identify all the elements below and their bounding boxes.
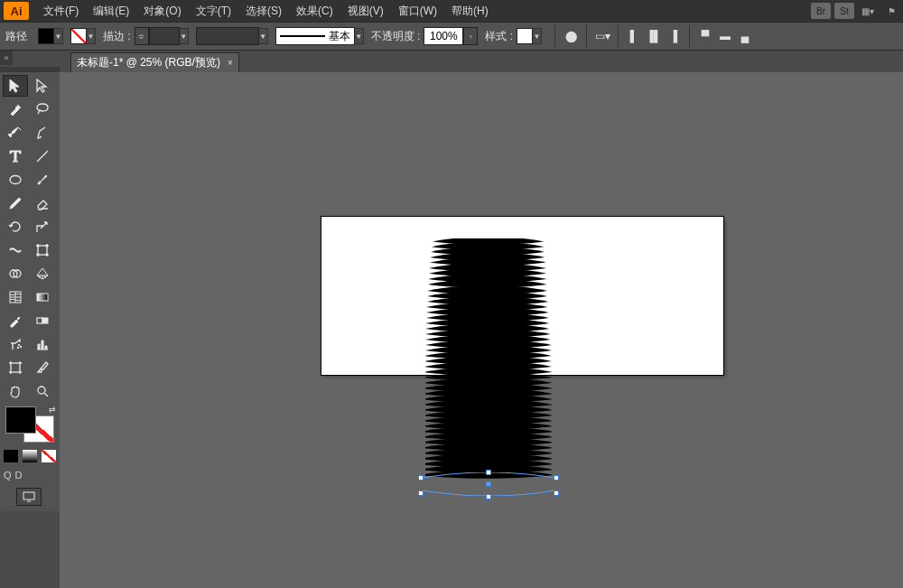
graphic-style-dropdown[interactable]: ▼ — [533, 28, 542, 44]
fill-dropdown[interactable]: ▼ — [54, 28, 63, 44]
scale-tool[interactable] — [30, 216, 55, 238]
svg-rect-11 — [42, 318, 48, 323]
ellipse-tool[interactable] — [3, 169, 28, 191]
brush-dropdown[interactable]: ▼ — [355, 28, 364, 44]
shape-builder-tool[interactable] — [3, 263, 28, 285]
symbol-sprayer-tool[interactable] — [3, 333, 28, 355]
align-right-icon[interactable]: ▐ — [665, 28, 683, 44]
bridge-icon[interactable]: Br — [811, 3, 831, 19]
free-transform-tool[interactable] — [30, 239, 55, 261]
align-hcenter-icon[interactable]: ▐▌ — [645, 28, 663, 44]
opacity-label: 不透明度 : — [371, 29, 421, 44]
fill-swatch[interactable] — [38, 28, 54, 44]
perspective-grid-tool[interactable] — [30, 263, 55, 285]
blend-tool[interactable] — [30, 310, 55, 331]
canvas-area[interactable] — [60, 72, 903, 588]
stroke-swatch-group[interactable]: ▼ — [70, 28, 96, 44]
width-tool[interactable] — [3, 239, 28, 261]
artwork-blend[interactable] — [425, 238, 552, 491]
menu-help[interactable]: 帮助(H) — [444, 4, 496, 19]
align-vcenter-icon[interactable]: ▬ — [716, 28, 734, 44]
selection-handle-tr[interactable] — [554, 475, 559, 481]
slice-tool[interactable] — [30, 357, 55, 378]
stroke-dropdown[interactable]: ▼ — [87, 28, 96, 44]
align-top-icon[interactable]: ▀ — [696, 28, 714, 44]
gradient-tool[interactable] — [30, 286, 55, 308]
selection-bounding-box[interactable] — [421, 472, 556, 496]
svg-point-3 — [46, 245, 49, 247]
draw-mode-a-icon[interactable]: Q — [4, 470, 12, 481]
direct-selection-tool[interactable] — [30, 75, 55, 97]
curvature-tool[interactable] — [30, 122, 55, 144]
align-to-artboard-icon[interactable]: ▭▾ — [593, 28, 611, 44]
lasso-tool[interactable] — [30, 98, 55, 120]
selection-handle-tl[interactable] — [418, 475, 424, 481]
stock-icon[interactable]: St — [834, 3, 854, 19]
stroke-label: 描边 : — [103, 29, 131, 44]
fill-stroke-swatches[interactable]: ⇄ — [5, 406, 54, 443]
svg-point-12 — [18, 344, 20, 346]
stroke-weight-stepper[interactable]: ≎ — [135, 27, 149, 45]
menu-bar: Ai 文件(F) 编辑(E) 对象(O) 文字(T) 选择(S) 效果(C) 视… — [0, 0, 903, 22]
menu-window[interactable]: 窗口(W) — [391, 4, 444, 19]
menu-object[interactable]: 对象(O) — [136, 4, 188, 19]
paintbrush-tool[interactable] — [30, 169, 55, 191]
menu-view[interactable]: 视图(V) — [340, 4, 391, 19]
menu-type[interactable]: 文字(T) — [189, 4, 238, 19]
selection-handle-bc[interactable] — [486, 494, 491, 499]
hand-tool[interactable] — [3, 380, 28, 402]
graphic-style-swatch[interactable] — [517, 28, 533, 44]
selection-handle-br[interactable] — [554, 490, 559, 496]
opacity-dropdown[interactable]: › — [463, 27, 478, 45]
magic-wand-tool[interactable] — [3, 98, 28, 120]
stroke-weight-dropdown[interactable]: ▼ — [180, 28, 189, 44]
control-bar: 路径 ▼ ▼ 描边 : ≎ ▼ ▼ 基本 ▼ 不透明度 : 100% › 样式 … — [0, 22, 903, 51]
eyedropper-tool[interactable] — [3, 310, 28, 331]
menu-select[interactable]: 选择(S) — [238, 4, 289, 19]
stroke-weight-field[interactable] — [149, 27, 180, 45]
screen-mode-button[interactable] — [16, 488, 42, 506]
gpu-preview-icon[interactable]: ⚑ — [881, 3, 901, 19]
svg-rect-10 — [37, 318, 42, 323]
align-left-icon[interactable]: ▌ — [625, 28, 643, 44]
line-segment-tool[interactable] — [30, 145, 55, 167]
app-logo: Ai — [4, 2, 29, 20]
menu-file[interactable]: 文件(F) — [36, 4, 86, 19]
swap-fill-stroke-icon[interactable]: ⇄ — [49, 405, 56, 414]
opacity-field[interactable]: 100% — [424, 27, 463, 45]
selection-tool[interactable] — [3, 75, 28, 97]
toolbox: ⇄ Q D — [0, 72, 60, 511]
zoom-tool[interactable] — [30, 380, 55, 402]
mesh-tool[interactable] — [3, 286, 28, 308]
selection-handle-center[interactable] — [486, 481, 491, 487]
fill-big-swatch[interactable] — [5, 406, 36, 434]
rotate-tool[interactable] — [3, 216, 28, 238]
style-label: 样式 : — [485, 29, 513, 44]
arrange-documents-icon[interactable]: ▦▾ — [858, 3, 878, 19]
panel-collapse-toggle[interactable]: « — [0, 51, 13, 65]
svg-rect-15 — [11, 363, 20, 372]
variable-width-profile[interactable] — [196, 27, 259, 45]
type-tool[interactable] — [3, 145, 28, 167]
document-tab[interactable]: 未标题-1* @ 25% (RGB/预览) × — [70, 52, 239, 72]
document-tab-close[interactable]: × — [228, 58, 233, 68]
stroke-swatch-none[interactable] — [70, 28, 87, 44]
pencil-tool[interactable] — [3, 192, 28, 214]
color-mode-gradient[interactable] — [23, 450, 37, 462]
draw-mode-b-icon[interactable]: D — [15, 470, 23, 481]
fill-swatch-group[interactable]: ▼ — [38, 28, 63, 44]
variable-width-dropdown[interactable]: ▼ — [259, 28, 268, 44]
recolor-artwork-icon[interactable]: ⬤ — [562, 28, 580, 44]
eraser-tool[interactable] — [30, 192, 55, 214]
menu-effect[interactable]: 效果(C) — [289, 4, 340, 19]
pen-tool[interactable] — [3, 122, 28, 144]
color-mode-solid[interactable] — [4, 450, 18, 462]
selection-handle-bl[interactable] — [418, 490, 424, 496]
align-bottom-icon[interactable]: ▄ — [736, 28, 754, 44]
selection-handle-tc[interactable] — [486, 470, 491, 475]
brush-definition[interactable]: 基本 — [275, 27, 355, 45]
menu-edit[interactable]: 编辑(E) — [86, 4, 136, 19]
artboard-tool[interactable] — [3, 357, 28, 378]
color-mode-none[interactable] — [42, 450, 56, 462]
column-graph-tool[interactable] — [30, 333, 55, 355]
